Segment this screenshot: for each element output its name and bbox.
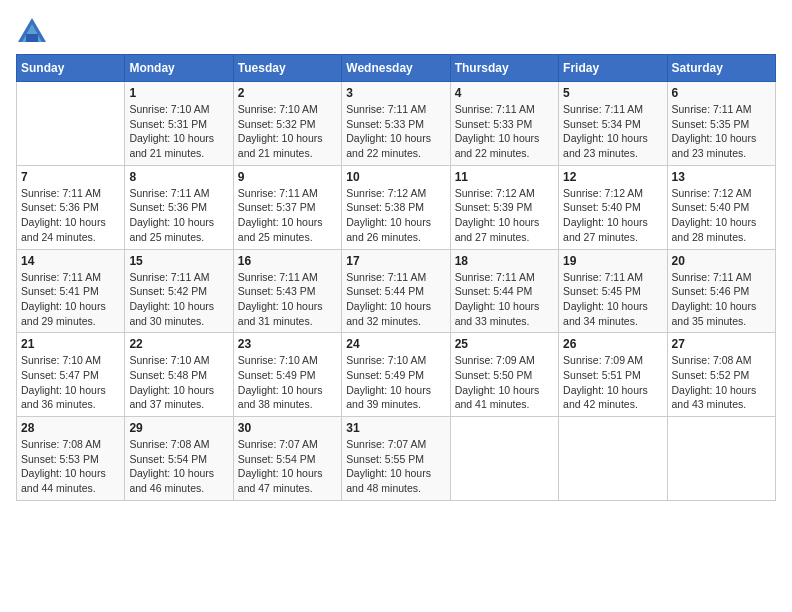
calendar-cell: 6Sunrise: 7:11 AM Sunset: 5:35 PM Daylig… [667, 82, 775, 166]
day-info: Sunrise: 7:11 AM Sunset: 5:36 PM Dayligh… [129, 186, 228, 245]
day-number: 13 [672, 170, 771, 184]
day-info: Sunrise: 7:11 AM Sunset: 5:45 PM Dayligh… [563, 270, 662, 329]
calendar-cell: 28Sunrise: 7:08 AM Sunset: 5:53 PM Dayli… [17, 417, 125, 501]
header-cell-thursday: Thursday [450, 55, 558, 82]
day-info: Sunrise: 7:10 AM Sunset: 5:31 PM Dayligh… [129, 102, 228, 161]
calendar-cell: 21Sunrise: 7:10 AM Sunset: 5:47 PM Dayli… [17, 333, 125, 417]
day-info: Sunrise: 7:09 AM Sunset: 5:50 PM Dayligh… [455, 353, 554, 412]
calendar-cell: 24Sunrise: 7:10 AM Sunset: 5:49 PM Dayli… [342, 333, 450, 417]
day-number: 7 [21, 170, 120, 184]
day-info: Sunrise: 7:10 AM Sunset: 5:47 PM Dayligh… [21, 353, 120, 412]
calendar-cell: 16Sunrise: 7:11 AM Sunset: 5:43 PM Dayli… [233, 249, 341, 333]
day-number: 15 [129, 254, 228, 268]
day-number: 22 [129, 337, 228, 351]
day-number: 11 [455, 170, 554, 184]
header-cell-tuesday: Tuesday [233, 55, 341, 82]
day-info: Sunrise: 7:12 AM Sunset: 5:38 PM Dayligh… [346, 186, 445, 245]
day-info: Sunrise: 7:12 AM Sunset: 5:40 PM Dayligh… [672, 186, 771, 245]
day-info: Sunrise: 7:11 AM Sunset: 5:41 PM Dayligh… [21, 270, 120, 329]
day-info: Sunrise: 7:12 AM Sunset: 5:40 PM Dayligh… [563, 186, 662, 245]
calendar-cell: 7Sunrise: 7:11 AM Sunset: 5:36 PM Daylig… [17, 165, 125, 249]
day-number: 28 [21, 421, 120, 435]
calendar-cell: 13Sunrise: 7:12 AM Sunset: 5:40 PM Dayli… [667, 165, 775, 249]
calendar-cell: 29Sunrise: 7:08 AM Sunset: 5:54 PM Dayli… [125, 417, 233, 501]
day-info: Sunrise: 7:08 AM Sunset: 5:52 PM Dayligh… [672, 353, 771, 412]
calendar-cell: 20Sunrise: 7:11 AM Sunset: 5:46 PM Dayli… [667, 249, 775, 333]
calendar-body: 1Sunrise: 7:10 AM Sunset: 5:31 PM Daylig… [17, 82, 776, 501]
day-number: 25 [455, 337, 554, 351]
day-number: 30 [238, 421, 337, 435]
header-cell-saturday: Saturday [667, 55, 775, 82]
calendar-cell: 23Sunrise: 7:10 AM Sunset: 5:49 PM Dayli… [233, 333, 341, 417]
day-number: 3 [346, 86, 445, 100]
day-number: 4 [455, 86, 554, 100]
calendar-cell [559, 417, 667, 501]
day-number: 31 [346, 421, 445, 435]
page-header [16, 16, 776, 44]
day-number: 24 [346, 337, 445, 351]
day-info: Sunrise: 7:11 AM Sunset: 5:33 PM Dayligh… [346, 102, 445, 161]
day-number: 18 [455, 254, 554, 268]
day-number: 2 [238, 86, 337, 100]
day-number: 5 [563, 86, 662, 100]
calendar-cell: 15Sunrise: 7:11 AM Sunset: 5:42 PM Dayli… [125, 249, 233, 333]
calendar-cell: 31Sunrise: 7:07 AM Sunset: 5:55 PM Dayli… [342, 417, 450, 501]
calendar-cell: 12Sunrise: 7:12 AM Sunset: 5:40 PM Dayli… [559, 165, 667, 249]
calendar-cell: 1Sunrise: 7:10 AM Sunset: 5:31 PM Daylig… [125, 82, 233, 166]
header-cell-wednesday: Wednesday [342, 55, 450, 82]
day-number: 9 [238, 170, 337, 184]
calendar-table: SundayMondayTuesdayWednesdayThursdayFrid… [16, 54, 776, 501]
header-cell-friday: Friday [559, 55, 667, 82]
day-number: 16 [238, 254, 337, 268]
calendar-week-4: 21Sunrise: 7:10 AM Sunset: 5:47 PM Dayli… [17, 333, 776, 417]
calendar-cell: 2Sunrise: 7:10 AM Sunset: 5:32 PM Daylig… [233, 82, 341, 166]
day-info: Sunrise: 7:10 AM Sunset: 5:49 PM Dayligh… [346, 353, 445, 412]
day-info: Sunrise: 7:11 AM Sunset: 5:42 PM Dayligh… [129, 270, 228, 329]
day-number: 20 [672, 254, 771, 268]
calendar-week-3: 14Sunrise: 7:11 AM Sunset: 5:41 PM Dayli… [17, 249, 776, 333]
calendar-cell: 22Sunrise: 7:10 AM Sunset: 5:48 PM Dayli… [125, 333, 233, 417]
calendar-cell [17, 82, 125, 166]
calendar-cell: 19Sunrise: 7:11 AM Sunset: 5:45 PM Dayli… [559, 249, 667, 333]
calendar-cell: 17Sunrise: 7:11 AM Sunset: 5:44 PM Dayli… [342, 249, 450, 333]
day-info: Sunrise: 7:08 AM Sunset: 5:53 PM Dayligh… [21, 437, 120, 496]
day-info: Sunrise: 7:11 AM Sunset: 5:36 PM Dayligh… [21, 186, 120, 245]
day-info: Sunrise: 7:11 AM Sunset: 5:37 PM Dayligh… [238, 186, 337, 245]
calendar-cell: 3Sunrise: 7:11 AM Sunset: 5:33 PM Daylig… [342, 82, 450, 166]
calendar-cell [667, 417, 775, 501]
day-info: Sunrise: 7:07 AM Sunset: 5:54 PM Dayligh… [238, 437, 337, 496]
day-number: 29 [129, 421, 228, 435]
calendar-cell: 27Sunrise: 7:08 AM Sunset: 5:52 PM Dayli… [667, 333, 775, 417]
day-info: Sunrise: 7:11 AM Sunset: 5:34 PM Dayligh… [563, 102, 662, 161]
day-number: 8 [129, 170, 228, 184]
day-info: Sunrise: 7:12 AM Sunset: 5:39 PM Dayligh… [455, 186, 554, 245]
calendar-week-1: 1Sunrise: 7:10 AM Sunset: 5:31 PM Daylig… [17, 82, 776, 166]
header-cell-sunday: Sunday [17, 55, 125, 82]
header-row: SundayMondayTuesdayWednesdayThursdayFrid… [17, 55, 776, 82]
svg-rect-2 [26, 34, 38, 42]
calendar-cell: 4Sunrise: 7:11 AM Sunset: 5:33 PM Daylig… [450, 82, 558, 166]
day-info: Sunrise: 7:10 AM Sunset: 5:48 PM Dayligh… [129, 353, 228, 412]
calendar-cell: 9Sunrise: 7:11 AM Sunset: 5:37 PM Daylig… [233, 165, 341, 249]
calendar-header: SundayMondayTuesdayWednesdayThursdayFrid… [17, 55, 776, 82]
header-cell-monday: Monday [125, 55, 233, 82]
calendar-cell [450, 417, 558, 501]
day-number: 17 [346, 254, 445, 268]
day-info: Sunrise: 7:11 AM Sunset: 5:44 PM Dayligh… [455, 270, 554, 329]
calendar-cell: 26Sunrise: 7:09 AM Sunset: 5:51 PM Dayli… [559, 333, 667, 417]
day-number: 27 [672, 337, 771, 351]
calendar-cell: 25Sunrise: 7:09 AM Sunset: 5:50 PM Dayli… [450, 333, 558, 417]
day-info: Sunrise: 7:07 AM Sunset: 5:55 PM Dayligh… [346, 437, 445, 496]
day-number: 12 [563, 170, 662, 184]
calendar-cell: 8Sunrise: 7:11 AM Sunset: 5:36 PM Daylig… [125, 165, 233, 249]
day-number: 10 [346, 170, 445, 184]
day-number: 23 [238, 337, 337, 351]
calendar-cell: 5Sunrise: 7:11 AM Sunset: 5:34 PM Daylig… [559, 82, 667, 166]
day-number: 19 [563, 254, 662, 268]
day-number: 14 [21, 254, 120, 268]
day-number: 21 [21, 337, 120, 351]
day-info: Sunrise: 7:08 AM Sunset: 5:54 PM Dayligh… [129, 437, 228, 496]
calendar-week-2: 7Sunrise: 7:11 AM Sunset: 5:36 PM Daylig… [17, 165, 776, 249]
calendar-cell: 18Sunrise: 7:11 AM Sunset: 5:44 PM Dayli… [450, 249, 558, 333]
day-info: Sunrise: 7:11 AM Sunset: 5:44 PM Dayligh… [346, 270, 445, 329]
